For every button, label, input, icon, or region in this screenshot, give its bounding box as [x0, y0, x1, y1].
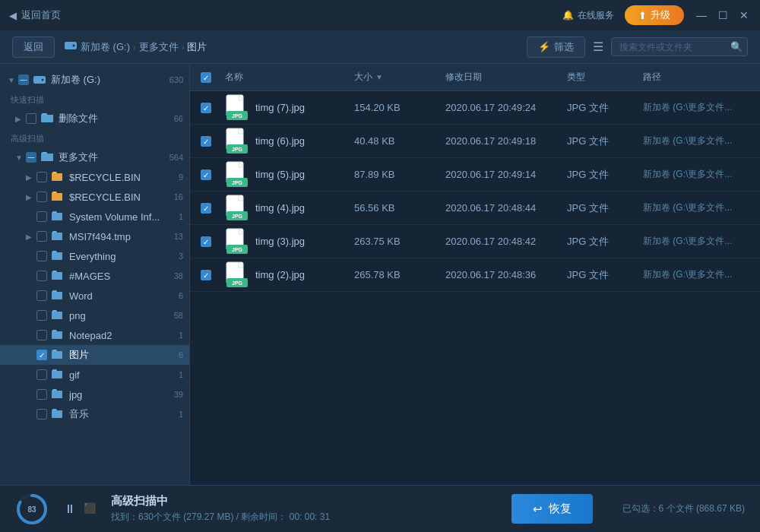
search-box[interactable]: 🔍 — [611, 37, 748, 56]
jpg-file-icon: JPG — [225, 261, 249, 289]
row-checkbox-3[interactable] — [201, 202, 225, 214]
svg-point-3 — [42, 79, 44, 81]
table-row[interactable]: JPG timg (6).jpg 40.48 KB 2020.06.17 20:… — [190, 125, 760, 158]
sidebar-item-more-files[interactable]: ▼ — 更多文件 564 — [0, 147, 189, 167]
table-row[interactable]: JPG timg (2).jpg 265.78 KB 2020.06.17 20… — [190, 258, 760, 292]
recycle2-label: $RECYCLE.BIN — [69, 192, 171, 203]
maximize-button[interactable]: ☐ — [716, 8, 730, 22]
header-check[interactable] — [201, 71, 225, 84]
minimize-button[interactable]: — — [695, 8, 708, 22]
select-all-checkbox[interactable] — [201, 72, 211, 83]
sidebar-item-music[interactable]: ▶ 音乐 1 — [0, 404, 189, 424]
row-name-0: JPG timg (7).jpg — [225, 94, 354, 122]
hdd-icon — [64, 40, 78, 54]
jpg-file-icon: JPG — [225, 128, 249, 155]
checkbox-recycle1[interactable] — [36, 172, 47, 182]
delete-files-label: 删除文件 — [59, 112, 171, 125]
restore-button[interactable]: ↩ 恢复 — [511, 494, 593, 524]
table-row[interactable]: JPG timg (4).jpg 56.56 KB 2020.06.17 20:… — [190, 192, 760, 225]
sidebar-item-recycle1[interactable]: ▶ $RECYCLE.BIN 9 — [0, 167, 189, 187]
row-checkbox-1[interactable] — [201, 135, 225, 147]
row-checkbox-2[interactable] — [201, 169, 225, 181]
checkbox-notepad2[interactable] — [36, 330, 47, 340]
root-count: 630 — [169, 75, 183, 84]
sidebar-item-notepad2[interactable]: ▶ Notepad2 1 — [0, 325, 189, 345]
svg-rect-2 — [33, 76, 46, 84]
row-date-2: 2020.06.17 20:49:14 — [445, 169, 567, 180]
header-size[interactable]: 大小 ▼ — [354, 71, 445, 84]
folder-icon-word — [51, 290, 65, 302]
filter-button[interactable]: ⚡ 筛选 — [527, 36, 585, 58]
mages-label: #MAGES — [69, 271, 171, 282]
header-type[interactable]: 类型 — [567, 71, 643, 84]
sidebar-item-delete-files[interactable]: ▶ 删除文件 66 — [0, 109, 189, 128]
sidebar-item-mages[interactable]: ▶ #MAGES 38 — [0, 266, 189, 286]
row-name-3: JPG timg (4).jpg — [225, 195, 354, 222]
jpg-label: jpg — [69, 389, 171, 401]
back-home-btn[interactable]: ◀ 返回首页 — [9, 8, 61, 22]
sort-icon: ▼ — [375, 73, 383, 81]
row-path-0: 新加卷 (G:\更多文件... — [643, 101, 749, 114]
file-list-header: 名称 大小 ▼ 修改日期 类型 路径 — [190, 64, 760, 91]
restore-label: 恢复 — [549, 502, 572, 516]
table-row[interactable]: JPG timg (5).jpg 87.89 KB 2020.06.17 20:… — [190, 158, 760, 192]
header-name: 名称 — [225, 71, 354, 84]
row-checkbox-4[interactable] — [201, 236, 225, 248]
close-button[interactable]: ✕ — [737, 8, 751, 22]
jpg-file-icon: JPG — [225, 195, 249, 222]
sidebar-item-jpg[interactable]: ▶ jpg 39 — [0, 385, 189, 404]
table-row[interactable]: JPG timg (3).jpg 263.75 KB 2020.06.17 20… — [190, 225, 760, 258]
checkbox-sysvolume[interactable] — [36, 211, 47, 222]
sidebar-item-sysvolume[interactable]: ▶ System Volume Inf... 1 — [0, 207, 189, 226]
breadcrumb-pictures[interactable]: 图片 — [187, 40, 207, 54]
checkbox-pictures[interactable] — [36, 350, 47, 360]
row-checkbox-5[interactable] — [201, 269, 225, 281]
row-date-5: 2020.06.17 20:48:36 — [445, 269, 567, 280]
checkbox-msi[interactable] — [36, 231, 47, 242]
sidebar-item-png[interactable]: ▶ png 58 — [0, 306, 189, 325]
checkbox-jpg[interactable] — [36, 389, 47, 400]
sidebar-item-gif[interactable]: ▶ gif 1 — [0, 365, 189, 385]
table-row[interactable]: JPG timg (7).jpg 154.20 KB 2020.06.17 20… — [190, 91, 760, 125]
row-name-2: JPG timg (5).jpg — [225, 161, 354, 188]
svg-text:JPG: JPG — [232, 180, 243, 185]
pause-button[interactable]: ⏸ — [64, 502, 76, 516]
header-path[interactable]: 路径 — [643, 71, 749, 84]
sidebar-item-word[interactable]: ▶ Word 6 — [0, 286, 189, 306]
folder-icon-png — [51, 309, 65, 321]
checkbox-recycle2[interactable] — [36, 192, 47, 202]
online-service[interactable]: 🔔 在线服务 — [562, 9, 614, 22]
checkbox-music[interactable] — [36, 409, 47, 420]
search-input[interactable] — [619, 42, 726, 52]
file-rows-container: JPG timg (7).jpg 154.20 KB 2020.06.17 20… — [190, 91, 760, 485]
checkbox-word[interactable] — [36, 290, 47, 301]
sidebar-item-msi[interactable]: ▶ MSI7f494.tmp 13 — [0, 226, 189, 246]
header-date[interactable]: 修改日期 — [445, 71, 567, 84]
file-name: timg (4).jpg — [255, 202, 305, 214]
breadcrumb-root[interactable]: 新加卷 (G:) — [81, 40, 130, 54]
expand-arrow-delete: ▶ — [15, 115, 26, 123]
stop-button[interactable]: ⬛ — [84, 502, 96, 516]
back-button[interactable]: 返回 — [12, 36, 55, 58]
checkbox-delete[interactable] — [26, 113, 36, 124]
checkbox-mages[interactable] — [36, 271, 47, 281]
row-path-2: 新加卷 (G:\更多文件... — [643, 168, 749, 181]
checkbox-gif[interactable] — [36, 369, 47, 380]
file-name: timg (5).jpg — [255, 169, 305, 180]
checkbox-png[interactable] — [36, 310, 47, 321]
breadcrumb-more-files[interactable]: 更多文件 — [139, 40, 179, 54]
sidebar-root-item[interactable]: ▼ — 新加卷 (G:) 630 — [0, 70, 189, 90]
row-size-2: 87.89 KB — [354, 169, 445, 180]
upgrade-button[interactable]: ⬆ 升级 — [625, 5, 684, 25]
window-controls: — ☐ ✕ — [695, 8, 751, 22]
sidebar-item-recycle2[interactable]: ▶ $RECYCLE.BIN 16 — [0, 187, 189, 207]
sidebar-item-pictures[interactable]: ▶ 图片 6 — [0, 345, 189, 365]
checkbox-more-files[interactable]: — — [26, 152, 36, 163]
checkbox-root[interactable]: — — [18, 74, 29, 85]
scan-info: 高级扫描中 找到：630个文件 (279.27 MB) / 剩余时间： 00: … — [111, 494, 496, 524]
checkbox-everything[interactable] — [36, 251, 47, 261]
view-toggle-button[interactable]: ☰ — [593, 40, 603, 54]
sidebar-item-everything[interactable]: ▶ Everything 3 — [0, 246, 189, 266]
row-checkbox-0[interactable] — [201, 102, 225, 114]
scan-detail: 找到：630个文件 (279.27 MB) / 剩余时间： 00: 00: 31 — [111, 511, 496, 524]
